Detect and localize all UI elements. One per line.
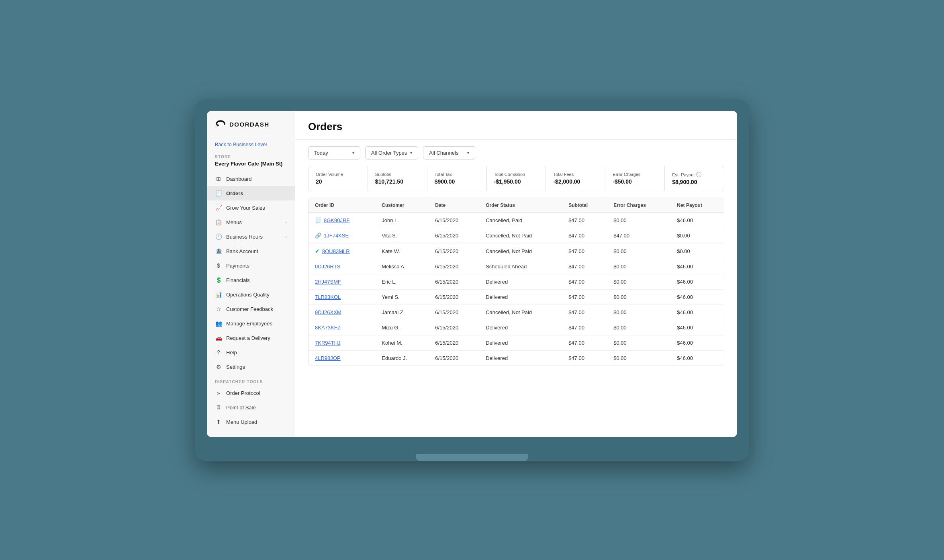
order-customer-0DJ26RTS: Melissa A. [375, 259, 429, 274]
order-date-8QU83MLR: 6/15/2020 [429, 243, 479, 259]
upload-icon: ⬆ [215, 418, 222, 425]
order-id-link-1JF74KSE[interactable]: 1JF74KSE [324, 233, 349, 239]
order-id-link-7LR83KOL[interactable]: 7LR83KOL [315, 294, 341, 300]
back-to-business-link[interactable]: Back to Business Level [207, 136, 295, 151]
screen: DOORDASH Back to Business Level STORE Ev… [207, 111, 737, 437]
col-header-net-payout: Net Payout [670, 198, 724, 213]
display-icon: 🖥 [215, 404, 222, 411]
sidebar-item-grow-sales[interactable]: 📈Grow Your Sales [207, 200, 295, 215]
order-net_payout-8KA73KFZ: $46.00 [670, 320, 724, 335]
arrows-icon: » [215, 389, 222, 396]
sidebar-item-manage-employees[interactable]: 👥Manage Employees [207, 316, 295, 331]
table-row: 🧾8GK90JRFJohn L.6/15/2020Cancelled, Paid… [309, 213, 724, 228]
sidebar-item-label-business-hours: Business Hours [226, 234, 263, 240]
order-date-8KA73KFZ: 6/15/2020 [429, 320, 479, 335]
filter-label-channel-filter: All Channels [429, 150, 458, 156]
summary-value-order-volume: 20 [316, 178, 360, 185]
sidebar-item-orders[interactable]: 🧾Orders [207, 186, 295, 200]
dispatcher-item-label-order-protocol: Order Protocol [226, 390, 260, 396]
sidebar-item-label-request-delivery: Request a Delivery [226, 335, 270, 341]
main-content: Orders Today▾All Order Types▾All Channel… [295, 111, 737, 437]
col-header-error-charges: Error Charges [607, 198, 670, 213]
order-status-1JF74KSE: Cancelled, Not Paid [479, 228, 562, 243]
filters-row: Today▾All Order Types▾All Channels▾ [295, 140, 737, 166]
dispatcher-item-point-of-sale[interactable]: 🖥Point of Sale [207, 400, 295, 415]
summary-value-total-tax: $900.00 [435, 178, 479, 185]
order-net_payout-7LR83KOL: $46.00 [670, 290, 724, 305]
logo-text: DOORDASH [229, 121, 270, 128]
orders-table: Order IDCustomerDateOrder StatusSubtotal… [308, 198, 724, 366]
order-id-cell-8KA73KFZ: 8KA73KFZ [309, 320, 375, 335]
order-id-link-9DJ26XXM[interactable]: 9DJ26XXM [315, 309, 341, 315]
sidebar-item-financials[interactable]: 💲Financials [207, 273, 295, 287]
order-error_charges-8KA73KFZ: $0.00 [607, 320, 670, 335]
people-icon: 👥 [215, 320, 222, 327]
dispatcher-item-order-protocol[interactable]: »Order Protocol [207, 386, 295, 400]
table-row: 4LR98JOPEduardo J.6/15/2020Delivered$47.… [309, 351, 724, 366]
car-icon: 🚗 [215, 334, 222, 341]
table-body: 🧾8GK90JRFJohn L.6/15/2020Cancelled, Paid… [309, 213, 724, 366]
order-status-4LR98JOP: Delivered [479, 351, 562, 366]
order-date-9DJ26XXM: 6/15/2020 [429, 305, 479, 320]
summary-label-total-fees: Total Fees [553, 172, 598, 177]
sidebar-item-settings[interactable]: ⚙Settings [207, 360, 295, 374]
order-id-link-8KA73KFZ[interactable]: 8KA73KFZ [315, 325, 341, 331]
order-error_charges-9DJ26XXM: $0.00 [607, 305, 670, 320]
order-date-7LR83KOL: 6/15/2020 [429, 290, 479, 305]
table-row: 🔗1JF74KSEVita S.6/15/2020Cancelled, Not … [309, 228, 724, 243]
order-customer-8KA73KFZ: Mizu G. [375, 320, 429, 335]
order-id-link-7KR94THJ[interactable]: 7KR94THJ [315, 340, 341, 346]
order-id-cell-2HJ47SMF: 2HJ47SMF [309, 274, 375, 290]
sidebar-item-business-hours[interactable]: 🕐Business Hours› [207, 229, 295, 244]
sidebar-item-customer-feedback[interactable]: ☆Customer Feedback [207, 302, 295, 316]
order-id-link-4LR98JOP[interactable]: 4LR98JOP [315, 355, 341, 361]
col-header-order-status: Order Status [479, 198, 562, 213]
order-id-link-8GK90JRF[interactable]: 8GK90JRF [324, 217, 349, 223]
order-subtotal-4LR98JOP: $47.00 [562, 351, 607, 366]
summary-value-total-fees: -$2,000.00 [553, 178, 598, 185]
summary-cell-est-payout: Est. Payouti$8,900.00 [665, 166, 724, 191]
svg-point-0 [217, 125, 219, 127]
order-id-link-8QU83MLR[interactable]: 8QU83MLR [322, 248, 350, 254]
filter-channel-filter[interactable]: All Channels▾ [423, 146, 475, 159]
sidebar-item-payments[interactable]: $Payments [207, 258, 295, 273]
order-subtotal-8KA73KFZ: $47.00 [562, 320, 607, 335]
sidebar-item-label-bank-account: Bank Account [226, 248, 258, 254]
order-id-link-0DJ26RTS[interactable]: 0DJ26RTS [315, 264, 340, 270]
order-net_payout-8QU83MLR: $0.00 [670, 243, 724, 259]
order-date-1JF74KSE: 6/15/2020 [429, 228, 479, 243]
order-id-link-2HJ47SMF[interactable]: 2HJ47SMF [315, 279, 341, 285]
info-icon: i [696, 172, 701, 177]
laptop-frame: DOORDASH Back to Business Level STORE Ev… [195, 99, 749, 461]
summary-label-subtotal: Subtotal [375, 172, 420, 177]
sidebar-item-help[interactable]: ?Help [207, 345, 295, 360]
filter-type-filter[interactable]: All Order Types▾ [365, 146, 418, 159]
building-icon: 🏦 [215, 247, 222, 255]
order-id-cell-8QU83MLR: ✔8QU83MLR [309, 243, 375, 259]
sidebar-item-label-dashboard: Dashboard [226, 176, 252, 182]
dispatcher-item-label-menu-upload: Menu Upload [226, 419, 257, 425]
chart-bar-icon: 📊 [215, 291, 222, 298]
sidebar-item-menus[interactable]: 📋Menus› [207, 215, 295, 229]
filter-date-filter[interactable]: Today▾ [308, 146, 360, 159]
order-error_charges-8GK90JRF: $0.00 [607, 213, 670, 228]
chevron-down-icon: ▾ [410, 151, 412, 155]
summary-value-total-commission: -$1,950.00 [494, 178, 539, 185]
order-subtotal-7KR94THJ: $47.00 [562, 335, 607, 351]
order-subtotal-9DJ26XXM: $47.00 [562, 305, 607, 320]
sidebar-item-dashboard[interactable]: ⊞Dashboard [207, 172, 295, 186]
order-net_payout-7KR94THJ: $46.00 [670, 335, 724, 351]
doordash-logo-icon [215, 120, 226, 129]
order-status-2HJ47SMF: Delivered [479, 274, 562, 290]
chevron-down-icon: ▾ [467, 151, 469, 155]
sidebar-item-request-delivery[interactable]: 🚗Request a Delivery [207, 331, 295, 345]
table-row: 7KR94THJKohei M.6/15/2020Delivered$47.00… [309, 335, 724, 351]
sidebar-item-bank-account[interactable]: 🏦Bank Account [207, 244, 295, 258]
order-id-cell-7KR94THJ: 7KR94THJ [309, 335, 375, 351]
order-error_charges-1JF74KSE: $47.00 [607, 228, 670, 243]
dispatcher-item-menu-upload[interactable]: ⬆Menu Upload [207, 415, 295, 429]
sidebar-item-operations-quality[interactable]: 📊Operations Quality [207, 287, 295, 302]
check-circle-icon: ✔ [315, 248, 320, 254]
sidebar-item-label-financials: Financials [226, 277, 250, 283]
order-id-cell-1JF74KSE: 🔗1JF74KSE [309, 228, 375, 243]
